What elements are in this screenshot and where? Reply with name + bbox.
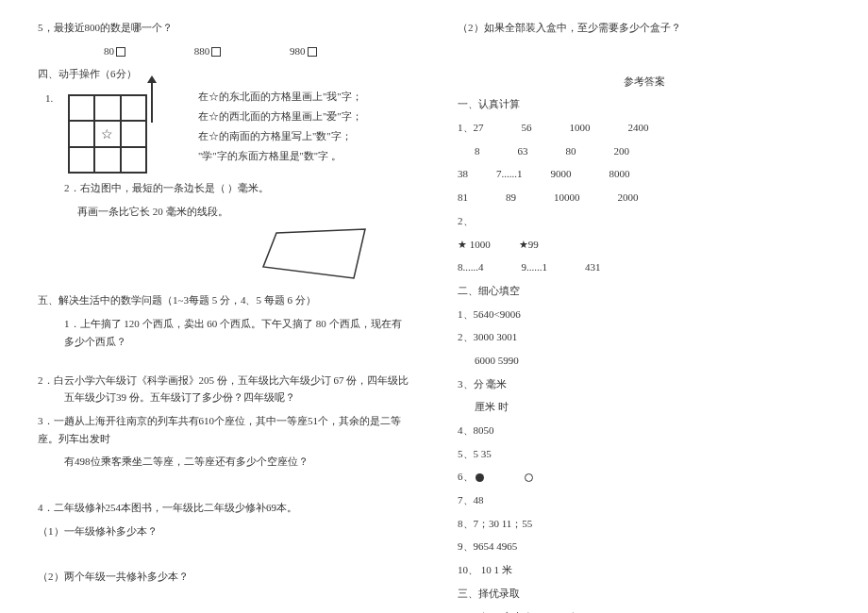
sec5-4-2: （2）两个年级一共修补多少本？ [38,568,410,586]
ans-row-3: 387......190008000 [458,165,830,183]
grid-cell [69,95,94,121]
a2: 2、3000 3001 [458,328,830,346]
opt-880[interactable]: 880 [194,45,222,57]
a3b: 厘米 时 [458,398,830,416]
grid-cell [121,95,146,121]
grid-cell-star: ☆ [94,121,120,146]
sec4-2b: 再画一条比它长 20 毫米的线段。 [38,203,410,221]
ans-row-4: 8189100002000 [458,189,830,207]
a2b: 6000 5990 [458,352,830,370]
grid-instructions: 在☆的东北面的方格里画上"我"字； 在☆的西北面的方格里画上"爱"字； 在☆的南… [198,89,362,167]
filled-circle-icon [476,473,484,482]
grid-cell [94,147,120,173]
ans-row-2: 86380200 [458,142,830,160]
sec5-title: 五、解决生活中的数学问题（1~3每题 5 分，4、5 每题 6 分） [38,291,410,309]
r-q2: （2）如果全部装入盒中，至少需要多少个盒子？ [458,19,830,37]
grid-line3: 在☆的南面的方格里写上"数"字； [198,128,362,145]
opt-980[interactable]: 980 [290,45,317,57]
empty-circle-icon [525,473,533,482]
s3-title: 三、择优录取 [458,585,830,603]
grid-cell [69,121,94,146]
sec5-1: 1．上午摘了 120 个西瓜，卖出 60 个西瓜。下午又摘了 80 个西瓜，现在… [38,315,410,350]
a3: 3、分 毫米 [458,375,830,393]
grid-cell [94,95,120,121]
sec4-title: 四、动手操作（6分） [38,65,410,83]
polygon-figure [38,225,373,284]
answer-title: 参考答案 [458,73,830,91]
quadrilateral-icon [259,225,373,282]
opt-80[interactable]: 80 [104,45,125,57]
sec5-3b: 有498位乘客乘坐二等座，二等座还有多少个空座位？ [38,453,410,471]
a4: 4、8050 [458,422,830,439]
grid-exercise: 1. ☆ 在☆的东北面的方格里画上"我"字； 在☆的西北面的方格里画上"爱"字；… [38,89,410,174]
sec5-4-1: （1）一年级修补多少本？ [38,522,410,540]
q5-title: 5，最接近800的数是哪一个？ [38,19,410,37]
checkbox-icon[interactable] [308,47,317,57]
sec5-3a: 3．一趟从上海开往南京的列车共有610个座位，其中一等座51个，其余的是二等座。… [38,412,410,447]
grid-line1: 在☆的东北面的方格里画上"我"字； [198,89,362,106]
sec5-2: 2．白云小学六年级订《科学画报》205 份，五年级比六年级少订 67 份，四年级… [38,372,410,406]
a8: 8、7；30 11；55 [458,515,830,533]
grid-line2: 在☆的西北面的方格里画上"爱"字； [198,108,362,125]
sec4-2a: 2．右边图中，最短的一条边长是（ ）毫米。 [38,179,410,197]
checkbox-icon[interactable] [116,47,125,57]
grid-3x3: ☆ [68,94,147,174]
a10: 10、 10 1 米 [458,561,830,579]
s2-num: 2、 [458,212,830,230]
a1: 1、5640<9006 [458,306,830,323]
grid-cell [121,147,146,173]
s2-title: 二、细心填空 [458,282,830,300]
s1-title: 一、认真计算 [458,95,830,113]
grid-line4: "学"字的东面方格里是"数"字 。 [198,148,362,165]
a7: 7、48 [458,491,830,509]
svg-marker-0 [263,229,365,278]
ans-row-1: 1、275610002400 [458,119,830,137]
c1: 1、4√ 2、东南√ 3、4500√ [458,608,830,614]
grid-cell [121,121,146,146]
rem-row: 8......49......1431 [458,258,830,276]
sec5-4: 4．二年级修补254本图书，一年级比二年级少修补69本。 [38,499,410,517]
a5: 5、5 35 [458,445,830,463]
q5-options: 80 880 980 [38,42,410,60]
grid-cell [69,147,94,173]
star-row: ★ 1000★99 [458,236,830,254]
checkbox-icon[interactable] [211,47,221,57]
arrow-up-icon [151,81,153,123]
a9: 9、9654 4965 [458,538,830,555]
sec4-1-num: 1. [45,92,53,104]
a6: 6、 [458,468,830,486]
